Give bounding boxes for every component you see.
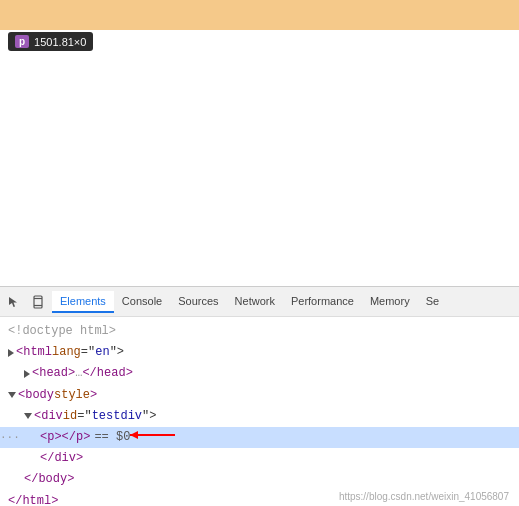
code-line-doctype: <!doctype html> <box>0 321 519 342</box>
line-dots: ··· <box>0 429 20 447</box>
svg-rect-0 <box>34 296 42 308</box>
devtools-tab-bar: Elements Console Sources Network Perform… <box>0 287 519 317</box>
code-line-close-body: </body> <box>0 469 519 490</box>
collapse-div-icon[interactable] <box>24 413 32 419</box>
expand-head-icon[interactable] <box>24 370 30 378</box>
top-orange-bar <box>0 0 519 30</box>
tab-memory[interactable]: Memory <box>362 291 418 313</box>
mobile-icon[interactable] <box>28 292 48 312</box>
tooltip-badge: p <box>15 35 29 48</box>
collapse-body-icon[interactable] <box>8 392 16 398</box>
tab-network[interactable]: Network <box>227 291 283 313</box>
code-line-body: <body style > <box>0 385 519 406</box>
tooltip-dimensions: 1501.81×0 <box>34 36 86 48</box>
tab-elements[interactable]: Elements <box>52 291 114 313</box>
devtools-panel: Elements Console Sources Network Perform… <box>0 286 519 506</box>
expand-html-icon[interactable] <box>8 349 14 357</box>
tab-more[interactable]: Se <box>418 291 447 313</box>
tab-console[interactable]: Console <box>114 291 170 313</box>
code-line-html: <html lang =" en "> <box>0 342 519 363</box>
dom-inspector: <!doctype html> <html lang =" en "> <hea… <box>0 317 519 506</box>
watermark: https://blog.csdn.net/weixin_41056807 <box>339 491 509 502</box>
dimension-tooltip: p 1501.81×0 <box>8 32 93 51</box>
code-line-head: <head> … </head> <box>0 363 519 384</box>
cursor-icon[interactable] <box>4 292 24 312</box>
code-line-p-selected[interactable]: ··· <p></p> == $0 <box>0 427 519 448</box>
browser-viewport <box>0 30 519 260</box>
tab-sources[interactable]: Sources <box>170 291 226 313</box>
svg-marker-4 <box>130 431 138 439</box>
code-line-close-div: </div> <box>0 448 519 469</box>
tab-performance[interactable]: Performance <box>283 291 362 313</box>
code-line-testdiv: <div id =" testdiv "> <box>0 406 519 427</box>
